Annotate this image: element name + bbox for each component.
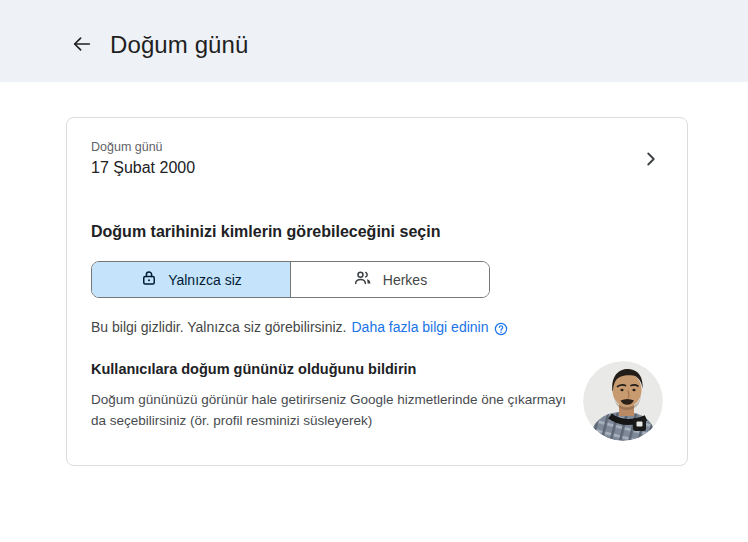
visibility-info-text: Bu bilgi gizlidir. Yalnızca siz görebili… bbox=[91, 319, 346, 335]
segment-everyone-label: Herkes bbox=[383, 272, 427, 288]
birthday-settings-page: Doğum günü Doğum günü 17 Şubat 2000 Doğu… bbox=[0, 0, 748, 542]
announce-section: Kullanıcılara doğum gününüz olduğunu bil… bbox=[91, 361, 663, 441]
learn-more-link[interactable]: Daha fazla bilgi edinin bbox=[351, 319, 488, 335]
birthday-row-text: Doğum günü 17 Şubat 2000 bbox=[91, 140, 195, 177]
announce-text: Kullanıcılara doğum gününüz olduğunu bil… bbox=[91, 361, 569, 432]
birthday-label: Doğum günü bbox=[91, 140, 195, 154]
announce-title: Kullanıcılara doğum gününüz olduğunu bil… bbox=[91, 361, 569, 377]
birthday-card: Doğum günü 17 Şubat 2000 Doğum tarihiniz… bbox=[66, 117, 688, 466]
birthday-value: 17 Şubat 2000 bbox=[91, 159, 195, 177]
announce-description: Doğum gününüzü görünür hale getirirseniz… bbox=[91, 390, 569, 432]
help-icon[interactable] bbox=[493, 321, 509, 337]
segment-everyone[interactable]: Herkes bbox=[290, 262, 489, 297]
chevron-right-icon[interactable] bbox=[639, 147, 663, 171]
arrow-left-icon bbox=[71, 33, 93, 58]
people-icon bbox=[353, 268, 373, 291]
profile-avatar bbox=[583, 361, 663, 441]
lock-icon bbox=[140, 269, 158, 290]
birthday-row[interactable]: Doğum günü 17 Şubat 2000 bbox=[91, 140, 663, 177]
visibility-info-line: Bu bilgi gizlidir. Yalnızca siz görebili… bbox=[91, 319, 663, 335]
segment-only-you[interactable]: Yalnızca siz bbox=[92, 262, 290, 297]
segment-only-you-label: Yalnızca siz bbox=[168, 272, 242, 288]
page-header: Doğum günü bbox=[0, 0, 748, 82]
visibility-heading: Doğum tarihinizi kimlerin görebileceğini… bbox=[91, 223, 663, 241]
back-button[interactable] bbox=[68, 31, 96, 59]
visibility-segmented-control: Yalnızca siz Herkes bbox=[91, 261, 490, 298]
page-title: Doğum günü bbox=[110, 31, 248, 59]
